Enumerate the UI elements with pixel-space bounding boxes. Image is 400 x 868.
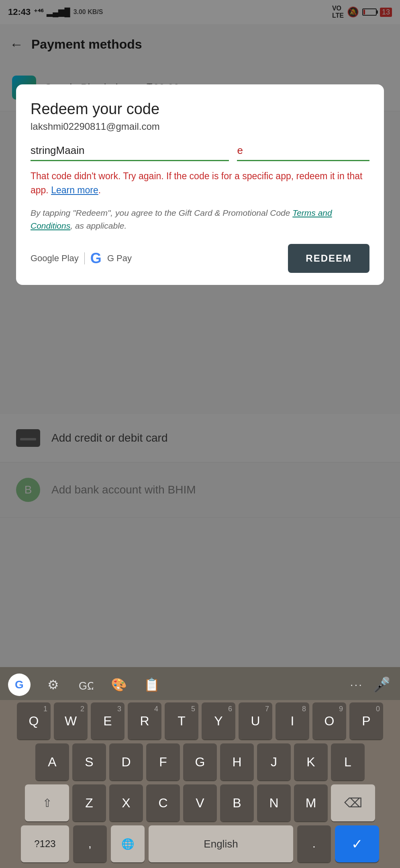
clipboard-icon[interactable]: 📋 (141, 674, 162, 695)
google-keyboard-icon[interactable]: G (8, 674, 31, 696)
key-f[interactable]: F (146, 743, 180, 780)
language-key[interactable]: 🌐 (111, 825, 145, 862)
key-d[interactable]: D (109, 743, 143, 780)
key-v[interactable]: V (183, 784, 217, 821)
period-key[interactable]: . (297, 825, 331, 862)
key-g[interactable]: G (183, 743, 217, 780)
error-period: . (98, 185, 101, 195)
keyboard-row-2: A S D F G H J K L (3, 743, 397, 780)
key-i[interactable]: 8I (276, 702, 309, 739)
numbers-key[interactable]: ?123 (21, 825, 69, 862)
keyboard-rows: 1Q 2W 3E 4R 5T 6Y 7U 8I 9O 0P A S D F G … (0, 700, 400, 868)
key-l[interactable]: L (331, 743, 365, 780)
key-b[interactable]: B (220, 784, 254, 821)
key-z[interactable]: Z (72, 784, 106, 821)
google-play-label: Google Play (31, 253, 79, 264)
shift-key[interactable]: ⇧ (25, 784, 69, 821)
code-field-1-value: stringMaain (31, 144, 229, 160)
redeem-dialog: Redeem your code lakshmi02290811@gmail.c… (16, 84, 384, 285)
keyboard-row-3: ⇧ Z X C V B N M ⌫ (3, 784, 397, 821)
dialog-email: lakshmi02290811@gmail.com (31, 121, 369, 132)
key-x[interactable]: X (109, 784, 143, 821)
key-j[interactable]: J (257, 743, 291, 780)
space-label: English (204, 838, 238, 850)
google-g-icon: G (90, 250, 102, 267)
space-key[interactable]: English (149, 825, 293, 862)
code-input-row: stringMaain e (31, 144, 369, 161)
key-c[interactable]: C (146, 784, 180, 821)
terms-prefix: By tapping "Redeem", you agree to the Gi… (31, 208, 292, 217)
key-a[interactable]: A (35, 743, 69, 780)
key-q[interactable]: 1Q (17, 702, 51, 739)
key-k[interactable]: K (294, 743, 328, 780)
keyboard-row-4: ?123 , 🌐 English . ✓ (3, 825, 397, 862)
key-p[interactable]: 0P (349, 702, 383, 739)
translate-icon[interactable]: GΩ (76, 674, 96, 695)
key-w[interactable]: 2W (54, 702, 88, 739)
key-e[interactable]: 3E (91, 702, 124, 739)
key-o[interactable]: 9O (312, 702, 346, 739)
keyboard-toolbar-icons: G ⚙ GΩ 🎨 📋 (8, 674, 162, 696)
settings-icon[interactable]: ⚙ (43, 674, 63, 695)
code-field-1[interactable]: stringMaain (31, 144, 229, 161)
microphone-icon[interactable]: 🎤 (371, 674, 392, 695)
svg-text:GΩ: GΩ (79, 680, 93, 692)
comma-key[interactable]: , (73, 825, 107, 862)
terms-suffix: , as applicable. (70, 221, 127, 230)
key-n[interactable]: N (257, 784, 291, 821)
theme-icon[interactable]: 🎨 (108, 674, 129, 695)
keyboard: G ⚙ GΩ 🎨 📋 ··· 🎤 1Q 2W 3E 4R 5T 6Y 7U 8I (0, 667, 400, 868)
key-m[interactable]: M (294, 784, 328, 821)
key-u[interactable]: 7U (239, 702, 272, 739)
more-options-icon[interactable]: ··· (350, 678, 363, 691)
branding-divider (84, 252, 85, 264)
code-field-1-underline (31, 160, 229, 161)
google-branding: Google Play G G Pay (31, 250, 132, 267)
key-h[interactable]: H (220, 743, 254, 780)
terms-text: By tapping "Redeem", you agree to the Gi… (31, 207, 369, 232)
backspace-key[interactable]: ⌫ (331, 784, 375, 821)
keyboard-row-1: 1Q 2W 3E 4R 5T 6Y 7U 8I 9O 0P (3, 702, 397, 739)
code-field-2[interactable]: e (237, 144, 369, 161)
redeem-button[interactable]: REDEEM (288, 244, 369, 273)
code-field-2-underline (237, 160, 369, 161)
enter-key[interactable]: ✓ (335, 825, 379, 862)
code-field-2-value: e (237, 144, 369, 160)
key-t[interactable]: 5T (165, 702, 198, 739)
learn-more-link[interactable]: Learn more (51, 185, 98, 195)
key-s[interactable]: S (72, 743, 106, 780)
keyboard-toolbar: G ⚙ GΩ 🎨 📋 ··· 🎤 (0, 667, 400, 700)
dialog-title: Redeem your code (31, 100, 369, 118)
error-message: That code didn't work. Try again. If the… (31, 169, 369, 197)
key-r[interactable]: 4R (128, 702, 161, 739)
dialog-footer: Google Play G G Pay REDEEM (31, 244, 369, 273)
key-y[interactable]: 6Y (202, 702, 235, 739)
gpay-label: G Pay (107, 253, 132, 264)
